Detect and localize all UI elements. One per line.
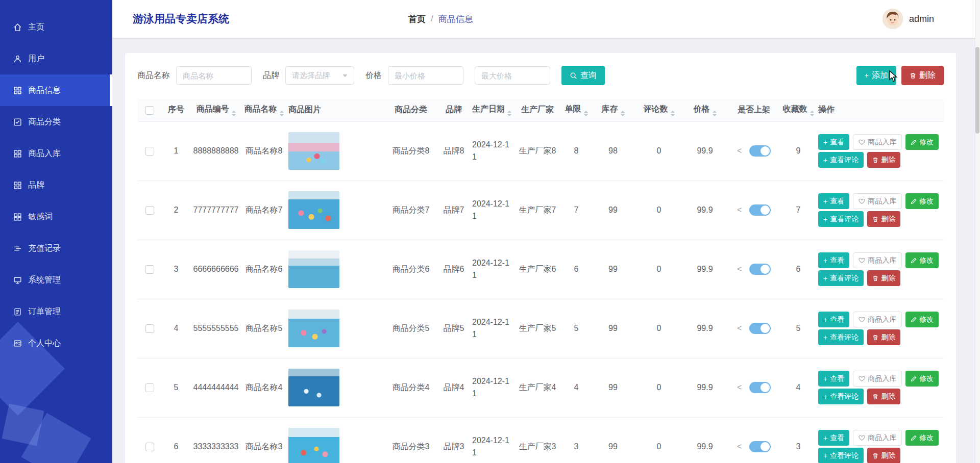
cell-price: 99.9 [682,299,727,358]
sidebar-item-system-management[interactable]: 系统管理 [0,264,112,296]
bulk-delete-button[interactable]: 删除 [901,66,944,85]
sidebar-item-recharge-records[interactable]: 充值记录 [0,233,112,264]
cell-comment-count: 0 [635,240,682,299]
edit-button[interactable]: 修改 [905,371,939,387]
select-all-checkbox[interactable] [145,106,154,115]
row-checkbox[interactable] [145,265,154,274]
cell-production-date: 2024-12-11 [470,299,513,358]
sidebar-item-users[interactable]: 用户 [0,43,112,74]
delete-button[interactable]: 删除 [867,211,900,227]
heart-icon [859,198,865,204]
sidebar-item-sensitive-words[interactable]: 敏感词 [0,201,112,233]
shelf-toggle[interactable] [749,323,771,334]
pencil-icon [911,198,917,204]
view-button[interactable]: +查看 [818,134,849,150]
delete-button[interactable]: 删除 [867,448,900,463]
inbound-button[interactable]: 商品入库 [853,193,902,209]
edit-button[interactable]: 修改 [905,252,939,268]
breadcrumb-home[interactable]: 首页 [408,13,426,25]
edit-button[interactable]: 修改 [905,312,939,327]
sort-control[interactable] [713,111,717,116]
row-checkbox[interactable] [145,147,154,156]
cell-limit: 8 [562,121,591,181]
cell-category: 商品分类6 [384,240,437,299]
inbound-button[interactable]: 商品入库 [853,134,902,150]
view-button[interactable]: +查看 [818,371,849,387]
sidebar-item-product-inbound[interactable]: 商品入库 [0,138,112,169]
plus-icon: + [865,72,869,79]
cell-production-date: 2024-12-11 [470,417,513,463]
sidebar-item-brands[interactable]: 品牌 [0,169,112,201]
sort-control[interactable] [584,111,588,116]
add-button[interactable]: + 添加 [856,66,896,85]
cell-stock: 99 [591,240,635,299]
sidebar-item-product-category[interactable]: 商品分类 [0,106,112,138]
view-comments-button[interactable]: +查看评论 [818,152,864,168]
delete-button[interactable]: 删除 [867,270,900,286]
shelf-toggle[interactable] [749,382,771,393]
view-button[interactable]: +查看 [818,430,849,446]
view-button[interactable]: +查看 [818,312,849,327]
edit-button[interactable]: 修改 [905,193,939,209]
share-icon: < [737,205,742,214]
delete-button[interactable]: 删除 [867,152,900,168]
sort-control[interactable] [621,111,625,116]
user-box: admin [883,0,934,38]
sort-control[interactable] [232,111,236,116]
inbound-button[interactable]: 商品入库 [853,371,902,387]
sort-control[interactable] [810,111,814,116]
sort-control[interactable] [671,111,675,116]
shelf-toggle[interactable] [749,441,771,452]
sort-control[interactable] [280,111,284,116]
view-button[interactable]: +查看 [818,252,849,268]
row-checkbox[interactable] [145,324,154,333]
sidebar-item-personal-center[interactable]: 个人中心 [0,327,112,359]
scrollbar-thumb[interactable] [975,47,979,134]
sidebar-item-order-management[interactable]: 订单管理 [0,296,112,327]
cell-index: 5 [162,358,190,417]
brand-select[interactable]: 请选择品牌 [285,66,354,85]
inbound-button[interactable]: 商品入库 [853,430,902,446]
sidebar-item-label: 用户 [28,54,44,64]
sidebar-item-product-info[interactable]: 商品信息 [0,74,112,106]
shelf-toggle[interactable] [749,204,771,216]
share-icon: < [737,383,742,392]
min-price-input[interactable] [388,66,463,85]
row-checkbox[interactable] [145,383,154,392]
inbound-button[interactable]: 商品入库 [853,252,902,268]
inbound-button[interactable]: 商品入库 [853,312,902,327]
heart-icon [859,139,865,145]
table-header-row: 序号 商品编号 商品名称 商品图片 商品分类 品牌 生产日期 生产厂家 单限 库… [137,99,944,121]
table-row: 2 7777777777 商品名称7 商品分类7 品牌7 2024-12-11 … [137,181,944,240]
view-comments-button[interactable]: +查看评论 [818,389,864,404]
max-price-input[interactable] [475,66,550,85]
shelf-toggle[interactable] [749,145,771,157]
table-row: 3 6666666666 商品名称6 商品分类6 品牌6 2024-12-11 … [137,240,944,299]
app-window: 主页 用户 商品信息 商品分类 商品入库 品牌 [0,0,980,463]
sort-control[interactable] [507,111,511,116]
search-button[interactable]: 查询 [561,66,605,85]
view-button[interactable]: +查看 [818,193,849,209]
edit-button[interactable]: 修改 [905,134,939,150]
trash-icon [872,275,878,281]
view-comments-button[interactable]: +查看评论 [818,270,864,286]
view-comments-button[interactable]: +查看评论 [818,329,864,345]
delete-button[interactable]: 删除 [867,389,900,404]
grid-icon [13,181,22,190]
row-checkbox[interactable] [145,443,154,451]
cell-production-date: 2024-12-11 [470,240,513,299]
shelf-toggle[interactable] [749,264,771,275]
view-comments-button[interactable]: +查看评论 [818,211,864,227]
app-title: 游泳用品专卖店系统 [133,12,229,26]
view-comments-button[interactable]: +查看评论 [818,448,864,463]
delete-button[interactable]: 删除 [867,329,900,345]
avatar[interactable] [883,9,903,29]
cell-limit: 5 [562,299,591,358]
row-checkbox[interactable] [145,206,154,215]
edit-button[interactable]: 修改 [905,430,939,446]
cell-product-code: 5555555555 [190,299,241,358]
product-name-input[interactable] [176,66,252,85]
cell-product-code: 7777777777 [190,181,241,240]
sidebar-item-home[interactable]: 主页 [0,11,112,43]
sidebar-item-label: 商品入库 [28,148,61,159]
